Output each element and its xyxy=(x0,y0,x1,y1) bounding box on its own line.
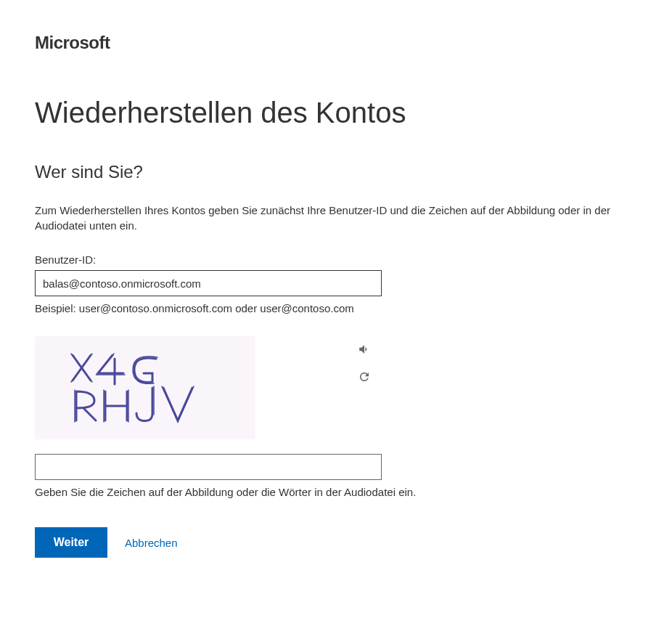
captcha-image xyxy=(35,336,255,439)
refresh-icon[interactable] xyxy=(357,370,372,384)
user-id-input[interactable] xyxy=(35,270,382,296)
page-title: Wiederherstellen des Kontos xyxy=(35,97,637,129)
next-button[interactable]: Weiter xyxy=(35,527,107,558)
cancel-button[interactable]: Abbrechen xyxy=(125,537,178,549)
user-id-example: Beispiel: user@contoso.onmicrosoft.com o… xyxy=(35,302,637,314)
user-id-label: Benutzer-ID: xyxy=(35,253,637,266)
audio-icon[interactable] xyxy=(357,342,372,357)
captcha-help-text: Geben Sie die Zeichen auf der Abbildung … xyxy=(35,486,637,498)
captcha-input[interactable] xyxy=(35,454,382,480)
description-text: Zum Wiederherstellen Ihres Kontos geben … xyxy=(35,203,637,233)
microsoft-logo: Microsoft xyxy=(35,33,637,53)
sub-heading: Wer sind Sie? xyxy=(35,162,637,182)
